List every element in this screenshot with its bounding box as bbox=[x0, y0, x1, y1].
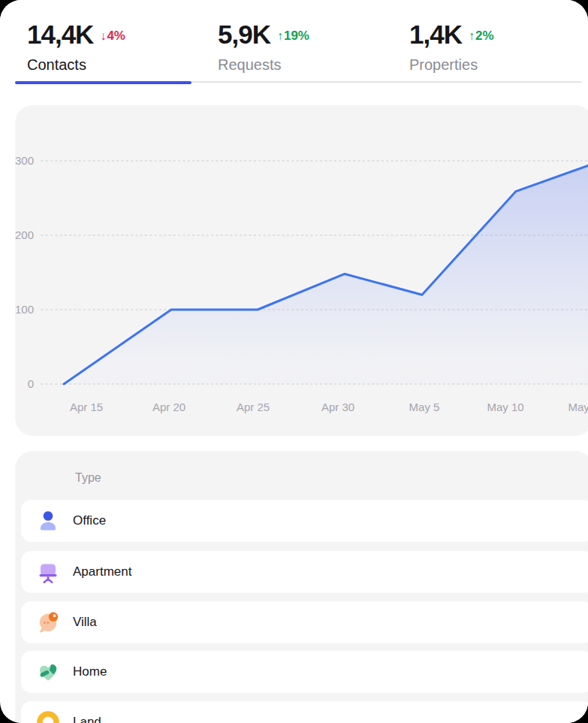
svg-text:300: 300 bbox=[15, 154, 34, 167]
tab-properties-label: Properties bbox=[409, 56, 570, 74]
tab-contacts[interactable]: 14,4K ↓ 4% Contacts bbox=[15, 0, 191, 84]
arrow-up-icon: ↑ bbox=[277, 29, 283, 43]
list-item-villa[interactable]: Villa bbox=[21, 601, 588, 643]
arrow-up-icon: ↑ bbox=[469, 29, 475, 43]
list-item-label: Villa bbox=[73, 615, 97, 630]
svg-text:Apr 20: Apr 20 bbox=[152, 401, 185, 413]
arrow-down-icon: ↓ bbox=[100, 29, 106, 43]
list-item-home[interactable]: Home bbox=[21, 651, 588, 693]
svg-text:May 5: May 5 bbox=[409, 401, 440, 413]
contacts-chart-card: 3002001000Apr 15Apr 20Apr 25Apr 30May 5M… bbox=[15, 105, 588, 436]
requests-delta-value: 19% bbox=[284, 29, 309, 44]
type-column-header: Type bbox=[75, 471, 101, 485]
svg-text:Apr 30: Apr 30 bbox=[321, 401, 354, 413]
active-tab-underline bbox=[15, 81, 191, 84]
svg-text:May 10: May 10 bbox=[487, 401, 523, 413]
svg-text:May 15: May 15 bbox=[568, 401, 588, 413]
person-icon bbox=[35, 508, 61, 534]
list-item-apartment[interactable]: Apartment bbox=[21, 551, 588, 593]
tab-properties[interactable]: 1,4K ↑ 2% Properties bbox=[397, 0, 582, 84]
contacts-delta: ↓ 4% bbox=[100, 29, 125, 44]
list-item-office[interactable]: Office bbox=[21, 500, 588, 542]
contacts-chart-svg: 3002001000Apr 15Apr 20Apr 25Apr 30May 5M… bbox=[15, 105, 588, 436]
list-item-label: Office bbox=[73, 513, 106, 528]
tab-contacts-label: Contacts bbox=[27, 56, 179, 74]
requests-delta: ↑ 19% bbox=[277, 29, 309, 44]
list-item-label: Land bbox=[73, 715, 101, 723]
svg-text:Apr 25: Apr 25 bbox=[237, 401, 270, 413]
properties-delta-value: 2% bbox=[475, 29, 494, 44]
list-item-label: Home bbox=[73, 664, 107, 679]
svg-text:Apr 15: Apr 15 bbox=[70, 401, 103, 413]
dashboard-page: 14,4K ↓ 4% Contacts 5,9K ↑ 19% Requests … bbox=[0, 0, 588, 723]
stat-tabbar: 14,4K ↓ 4% Contacts 5,9K ↑ 19% Requests … bbox=[0, 0, 588, 84]
svg-text:0: 0 bbox=[28, 377, 34, 390]
heart-icon bbox=[35, 659, 61, 685]
svg-text:100: 100 bbox=[15, 303, 34, 316]
tab-requests-label: Requests bbox=[218, 56, 370, 74]
svg-text:200: 200 bbox=[15, 228, 34, 241]
contacts-delta-value: 4% bbox=[107, 29, 125, 44]
chat-bubble-icon bbox=[35, 610, 61, 635]
contacts-value: 14,4K bbox=[27, 20, 93, 50]
properties-value: 1,4K bbox=[409, 20, 462, 50]
requests-value: 5,9K bbox=[218, 20, 270, 50]
type-list-card: Type Office Apartment bbox=[15, 451, 588, 723]
chair-icon bbox=[35, 559, 61, 585]
ring-icon bbox=[35, 709, 61, 723]
properties-delta: ↑ 2% bbox=[469, 29, 494, 44]
tab-requests[interactable]: 5,9K ↑ 19% Requests bbox=[206, 0, 382, 84]
list-item-label: Apartment bbox=[73, 564, 131, 579]
list-item-land[interactable]: Land bbox=[21, 701, 588, 723]
